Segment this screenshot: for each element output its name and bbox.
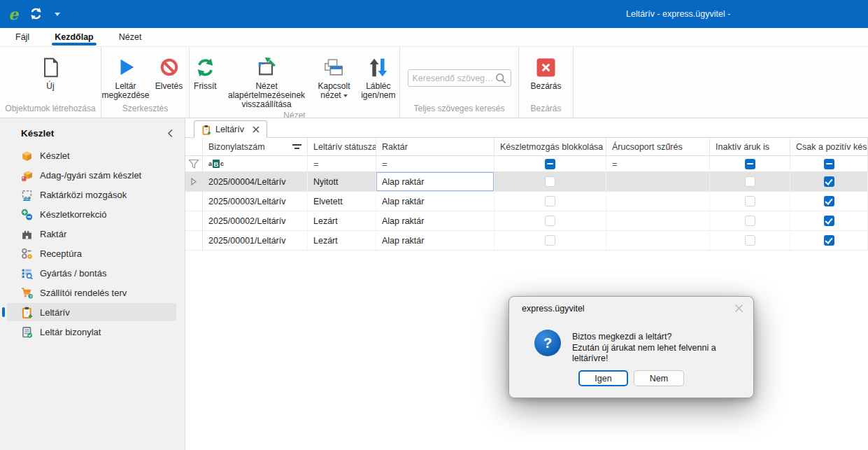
column-header-leltariv-statusza[interactable]: Leltárív státusza — [308, 138, 376, 156]
cell-raktar[interactable]: Alap raktár — [376, 211, 495, 231]
indeterminate-checkbox[interactable] — [824, 159, 834, 169]
cell-arucsoport[interactable] — [606, 211, 710, 231]
filter-row-funnel-icon[interactable] — [185, 156, 203, 172]
cell-statusz[interactable]: Elvetett — [308, 192, 376, 211]
sidebar-item-gyartas-bontas[interactable]: Gyártás / bontás — [0, 263, 185, 283]
dialog-close-icon[interactable] — [734, 304, 744, 313]
cell-blokkolasa[interactable] — [495, 211, 606, 231]
checkbox[interactable] — [545, 196, 555, 206]
ribbon-group-create-label: Objektumok létrehozása — [0, 102, 101, 118]
cell-inaktiv[interactable] — [710, 172, 790, 192]
cell-csak-pozitiv[interactable] — [790, 211, 868, 231]
checkbox[interactable] — [545, 235, 555, 246]
column-header-bizonylatszam[interactable]: Bizonylatszám — [203, 138, 308, 156]
cell-inaktiv[interactable] — [710, 231, 790, 251]
cell-blokkolasa[interactable] — [495, 192, 606, 211]
cell-inaktiv[interactable] — [710, 211, 790, 231]
column-header-csak-a-pozitiv[interactable]: Csak a pozitív kés — [790, 138, 868, 156]
cell-csak-pozitiv[interactable] — [790, 172, 868, 192]
filter-cell-raktar[interactable]: = — [376, 156, 495, 172]
table-row[interactable]: 2025/00001/Leltárív Lezárt Alap raktár — [185, 231, 868, 251]
cell-arucsoport[interactable] — [606, 231, 710, 251]
checkbox[interactable] — [745, 176, 755, 187]
table-row[interactable]: 2025/00004/Leltárív Nyitott Alap raktár — [185, 172, 868, 192]
filter-cell-arucsoport[interactable]: = — [606, 156, 710, 172]
cell-csak-pozitiv[interactable] — [790, 192, 868, 211]
checkbox[interactable] — [824, 235, 834, 246]
ribbon-group-create: Új Objektumok létrehozása — [0, 47, 101, 118]
filter-cell-inaktiv[interactable] — [710, 156, 790, 172]
tab-close-icon[interactable] — [252, 126, 259, 133]
cell-bizonylatszam[interactable]: 2025/00002/Leltárív — [203, 211, 308, 231]
cell-blokkolasa[interactable] — [495, 231, 606, 251]
no-button[interactable]: Nem — [634, 370, 684, 386]
cell-blokkolasa[interactable] — [495, 172, 606, 192]
column-header-keszletmozgas-blokkolasa[interactable]: Készletmozgás blokkolása — [495, 138, 606, 156]
checkbox[interactable] — [824, 216, 834, 226]
svg-text:?: ? — [205, 128, 207, 132]
cell-statusz[interactable]: Nyitott — [308, 172, 376, 192]
cell-raktar[interactable]: Alap raktár — [376, 192, 495, 211]
reset-view-defaults-button[interactable]: Nézet alapértelmezéseinek visszaállítása — [222, 55, 311, 109]
sidebar-item-receptura[interactable]: Receptúra — [0, 244, 185, 263]
linked-view-button[interactable]: Kapcsolt nézet — [312, 55, 355, 100]
sidebar-item-szallitoi-rendeles-terv[interactable]: ? Szállítói rendelés terv — [0, 283, 185, 302]
column-header-raktar[interactable]: Raktár — [376, 138, 495, 156]
menu-nezet[interactable]: Nézet — [116, 28, 145, 46]
close-button[interactable]: Bezárás — [525, 55, 568, 91]
cell-arucsoport[interactable] — [606, 192, 710, 211]
cell-bizonylatszam[interactable]: 2025/00001/Leltárív — [203, 231, 308, 251]
filter-applied-icon[interactable] — [292, 144, 301, 149]
checkbox[interactable] — [745, 235, 755, 246]
refresh-button[interactable]: Frissít — [190, 55, 221, 91]
sidebar-item-raktarkozi-mozgasok[interactable]: Raktárközi mozgások — [0, 185, 185, 204]
sidebar-collapse-icon[interactable] — [167, 129, 173, 138]
toolbar-options-chevron-icon[interactable] — [55, 13, 60, 16]
sidebar-item-keszletkorrekcio[interactable]: Készletkorrekció — [0, 204, 185, 224]
row-expand-icon[interactable] — [185, 172, 203, 192]
filter-cell-blokkolasa[interactable] — [495, 156, 606, 172]
table-row[interactable]: 2025/00003/Leltárív Elvetett Alap raktár — [185, 192, 868, 211]
recipe-icon — [21, 248, 33, 260]
sidebar-item-leltariv[interactable]: ? Leltárív — [0, 302, 185, 322]
tab-leltariv[interactable]: ? Leltárív — [194, 120, 267, 138]
cell-arucsoport[interactable] — [606, 172, 710, 192]
checkbox[interactable] — [824, 176, 834, 187]
cell-csak-pozitiv[interactable] — [790, 231, 868, 251]
cell-raktar[interactable]: Alap raktár — [376, 231, 495, 251]
menu-kezdolap[interactable]: Kezdőlap — [52, 28, 97, 46]
filter-cell-bizonylatszam[interactable]: aBc — [203, 156, 308, 172]
checkbox[interactable] — [824, 196, 834, 206]
indeterminate-checkbox[interactable] — [545, 159, 555, 169]
sidebar-item-leltar-bizonylat[interactable]: Leltár bizonylat — [0, 322, 185, 342]
menu-fajl[interactable]: Fájl — [13, 28, 32, 46]
yes-button[interactable]: Igen — [578, 370, 628, 386]
indeterminate-checkbox[interactable] — [745, 159, 755, 169]
checkbox[interactable] — [545, 216, 555, 226]
cell-statusz[interactable]: Lezárt — [308, 231, 376, 251]
column-header-arucsoport-szures[interactable]: Árucsoport szűrés — [606, 138, 710, 156]
footer-toggle-button[interactable]: Lábléc igen/nem — [357, 55, 399, 100]
discard-button[interactable]: Elvetés — [150, 55, 188, 91]
table-row[interactable]: 2025/00002/Leltárív Lezárt Alap raktár — [185, 211, 868, 231]
filter-cell-statusz[interactable]: = — [308, 156, 376, 172]
cell-bizonylatszam[interactable]: 2025/00003/Leltárív — [203, 192, 308, 211]
sidebar-item-raktar[interactable]: Raktár — [0, 224, 185, 244]
sidebar-item-keszlet[interactable]: Készlet — [0, 146, 185, 165]
checkbox[interactable] — [745, 196, 755, 206]
checkbox[interactable] — [745, 216, 755, 226]
cell-inaktiv[interactable] — [710, 192, 790, 211]
start-inventory-button[interactable]: Leltár megkezdése — [103, 55, 149, 100]
cell-statusz[interactable]: Lezárt — [308, 211, 376, 231]
cell-bizonylatszam[interactable]: 2025/00004/Leltárív — [203, 172, 308, 192]
filter-cell-csak-pozitiv[interactable] — [790, 156, 868, 172]
cell-raktar[interactable]: Alap raktár — [376, 172, 495, 192]
checkbox[interactable] — [545, 176, 555, 187]
sidebar-item-adag-gyari-szam-keszlet[interactable]: Adag-/gyári szám készlet — [0, 165, 185, 185]
new-button[interactable]: Új — [19, 55, 82, 91]
search-input[interactable] — [413, 73, 495, 83]
quick-refresh-icon[interactable] — [29, 7, 43, 20]
dialog-message: Biztos megkezdi a leltárt? Ezután új áru… — [572, 330, 753, 365]
search-icon[interactable] — [495, 73, 506, 84]
column-header-inaktiv-aruk-is[interactable]: Inaktív áruk is — [710, 138, 790, 156]
